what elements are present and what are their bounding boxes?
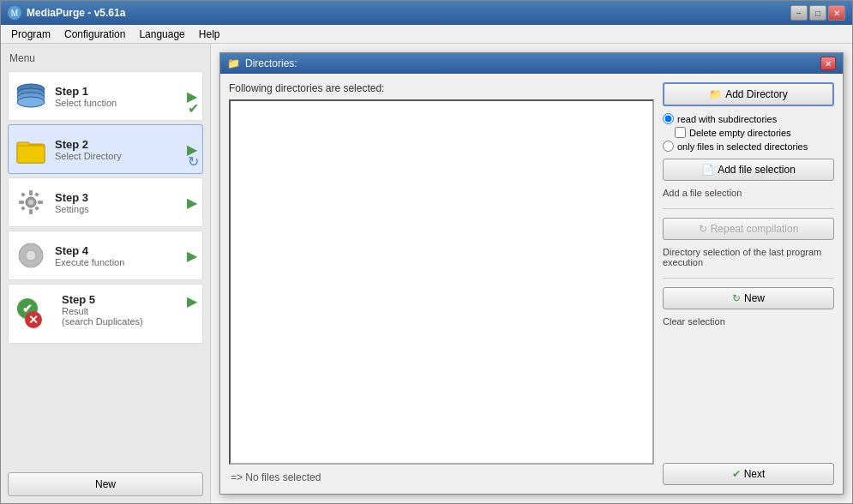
dir-controls: 📁 Add Directory read with subdirectories [663,82,834,485]
step5-icon: ✔ ✕ [14,295,48,329]
spacer [663,333,834,458]
dialog-title-label: Directories: [245,57,297,69]
svg-point-6 [17,97,45,107]
sidebar-item-step5[interactable]: ✔ ✕ Step 5 Result (search Duplicates) ▶ [8,284,203,344]
svg-point-21 [26,250,36,261]
title-buttons: − □ ✕ [790,5,845,21]
step4-subtitle: Execute function [55,257,183,267]
separator1 [663,208,834,209]
dialog-title-text: 📁 Directories: [227,57,297,69]
dialog-close-button[interactable]: ✕ [820,57,836,70]
new-button[interactable]: ↻ New [663,287,834,309]
menu-label: Menu [8,51,203,66]
dialog-body: Following directories are selected: => N… [220,74,843,494]
dir-list-area: Following directories are selected: => N… [229,82,654,485]
svg-rect-19 [34,206,39,211]
step5-arrow: ▶ [187,293,197,309]
minimize-button[interactable]: − [790,5,808,21]
svg-rect-12 [29,190,33,195]
title-bar: M MediaPurge - v5.61a − □ ✕ [1,1,852,25]
file-icon: 📄 [701,164,714,176]
step1-subtitle: Select function [55,98,183,108]
step4-arrow: ▶ [187,248,197,264]
sidebar-item-step4[interactable]: Step 4 Execute function ▶ [8,231,203,280]
dir-status: => No files selected [229,470,654,485]
directories-dialog: 📁 Directories: ✕ Following directories a… [219,52,844,495]
add-file-selection-button[interactable]: 📄 Add file selection [663,159,834,181]
radio-with-subdirs-label: read with subdirectories [677,114,777,124]
next-button[interactable]: ✔ Next [663,463,834,485]
main-window: M MediaPurge - v5.61a − □ ✕ Program Conf… [0,0,853,504]
svg-rect-13 [29,209,33,214]
svg-rect-18 [21,206,26,211]
dialog-icon: 📁 [227,57,240,69]
step3-info: Step 3 Settings [55,191,183,214]
svg-point-11 [28,200,33,205]
svg-rect-24 [19,254,26,257]
menu-program[interactable]: Program [4,27,57,41]
add-directory-icon: 📁 [709,88,722,100]
step5-title: Step 5 [62,293,183,306]
radio-with-subdirs[interactable]: read with subdirectories [663,113,834,124]
step5-subtitle2: (search Duplicates) [62,316,183,327]
dir-listbox[interactable] [229,99,654,465]
step3-title: Step 3 [55,191,183,204]
sidebar-item-step3[interactable]: Step 3 Settings ▶ [8,177,203,227]
svg-rect-22 [29,243,33,250]
maximize-button[interactable]: □ [809,5,826,21]
dir-list-label: Following directories are selected: [229,82,654,94]
checkbox-delete-empty-label: Delete empty directories [689,128,791,138]
checkbox-delete-empty[interactable]: Delete empty directories [675,127,834,138]
step2-info: Step 2 Select Directory [55,138,183,161]
svg-rect-25 [36,254,43,257]
svg-rect-9 [17,146,45,163]
add-file-desc: Add a file selection [663,186,834,200]
step1-title: Step 1 [55,85,183,98]
menu-configuration[interactable]: Configuration [57,27,132,41]
radio-only-selected-label: only files in selected directories [677,141,808,152]
sidebar-item-step1[interactable]: Step 1 Select function ▶ ✔ [8,71,203,121]
repeat-desc: Directory selection of the last program … [663,245,834,269]
svg-rect-16 [21,192,26,197]
svg-text:✕: ✕ [28,313,39,327]
title-bar-left: M MediaPurge - v5.61a [8,6,125,20]
radio-only-selected[interactable]: only files in selected directories [663,141,834,152]
new-desc: Clear selection [663,315,834,328]
step4-info: Step 4 Execute function [55,244,183,267]
step1-info: Step 1 Select function [55,85,183,108]
repeat-compilation-button[interactable]: ↻ Repeat compilation [663,218,834,240]
svg-rect-23 [29,261,33,267]
step2-icon [14,132,48,166]
step3-arrow: ▶ [187,195,197,211]
dialog-title-bar: 📁 Directories: ✕ [220,53,843,74]
menu-bar: Program Configuration Language Help [1,25,852,44]
menu-language[interactable]: Language [132,27,191,41]
svg-rect-17 [34,192,39,197]
step4-icon [14,238,48,273]
sidebar-new-button[interactable]: New [8,472,203,496]
repeat-icon: ↻ [699,223,707,235]
add-directory-button[interactable]: 📁 Add Directory [663,82,834,106]
sidebar-item-step2[interactable]: Step 2 Select Directory ▶ ↻ [8,124,203,174]
menu-help[interactable]: Help [192,27,227,41]
step3-subtitle: Settings [55,204,183,214]
window-close-button[interactable]: ✕ [828,5,845,21]
window-title: MediaPurge - v5.61a [27,7,125,19]
step4-title: Step 4 [55,244,183,257]
app-icon: M [8,6,21,20]
radio-group: read with subdirectories Delete empty di… [663,113,834,152]
step5-subtitle: Result [62,306,183,316]
step5-info: Step 5 Result (search Duplicates) [62,293,183,327]
next-check-icon: ✔ [732,468,741,480]
svg-rect-14 [19,201,24,204]
sidebar: Menu Step 1 Select functi [1,44,211,503]
main-content: Menu Step 1 Select functi [1,44,852,503]
separator2 [663,278,834,279]
step1-badge: ✔ [188,100,199,117]
svg-rect-15 [38,201,43,204]
step2-title: Step 2 [55,138,183,151]
new-icon: ↻ [732,292,741,304]
right-panel: 📁 Directories: ✕ Following directories a… [211,44,852,503]
step2-badge: ↻ [188,153,199,170]
step2-subtitle: Select Directory [55,151,183,161]
